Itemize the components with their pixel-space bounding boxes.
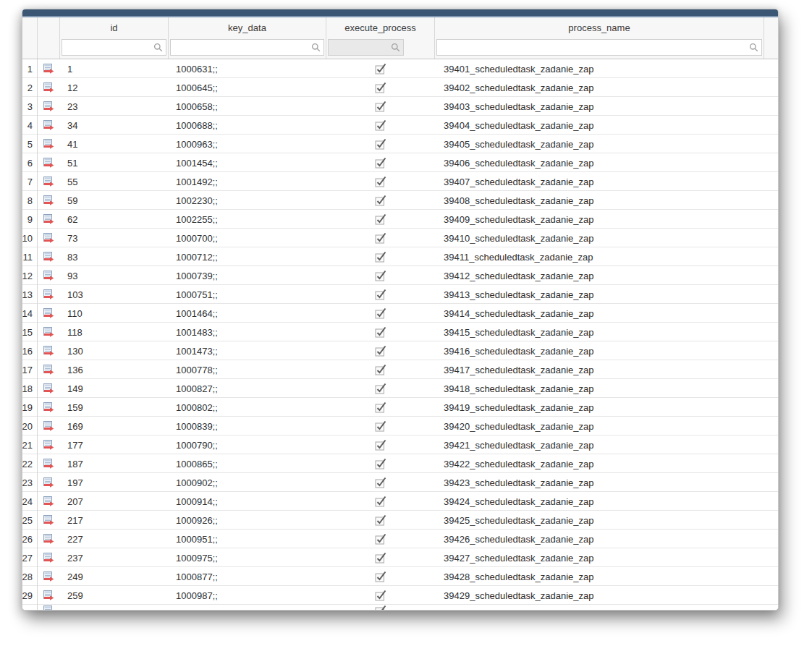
table-row[interactable]: 25 217 1000926;; 39425_sche (22, 511, 778, 530)
table-detail-arrow-icon[interactable] (43, 138, 55, 150)
table-row[interactable]: 11 83 1000712;; 39411_sched (22, 247, 778, 266)
row-action-cell[interactable] (38, 270, 60, 281)
table-detail-arrow-icon[interactable] (43, 552, 55, 564)
row-action-cell[interactable] (38, 533, 60, 545)
table-row[interactable]: 12 93 1000739;; 39412_sched (22, 266, 778, 285)
checked-checkbox-icon[interactable] (375, 533, 387, 545)
table-detail-arrow-icon[interactable] (43, 82, 55, 93)
table-row[interactable]: 20 169 1000839;; 39420_sche (22, 417, 778, 435)
table-row[interactable]: 2 12 1000645;; 39402_schedu (22, 78, 778, 97)
table-detail-arrow-icon[interactable] (43, 383, 55, 394)
table-row[interactable]: 4 34 1000688;; 39404_schedu (22, 116, 778, 135)
checked-checkbox-icon[interactable] (375, 289, 387, 300)
table-row[interactable]: 19 159 1000802;; 39419_sche (22, 398, 778, 417)
row-action-cell[interactable] (38, 138, 60, 150)
table-detail-arrow-icon[interactable] (43, 345, 55, 357)
header-cell-execute-process[interactable]: execute_process (326, 17, 435, 38)
execute-process-filter-input[interactable] (329, 40, 403, 55)
checked-checkbox-icon[interactable] (375, 195, 387, 206)
table-row[interactable]: 26 227 1000951;; 39426_sche (22, 530, 778, 548)
row-action-cell[interactable] (38, 383, 60, 394)
row-action-cell[interactable] (38, 101, 60, 112)
table-detail-arrow-icon[interactable] (43, 157, 55, 169)
table-row[interactable]: 13 103 1000751;; 39413_sche (22, 285, 778, 304)
row-action-cell[interactable] (38, 514, 60, 526)
process-name-filter-input[interactable] (437, 40, 761, 55)
table-detail-arrow-icon[interactable] (43, 195, 55, 206)
row-action-cell[interactable] (38, 82, 60, 93)
table-detail-arrow-icon[interactable] (43, 176, 55, 187)
checked-checkbox-icon[interactable] (375, 345, 387, 357)
row-action-cell[interactable] (38, 477, 60, 488)
checked-checkbox-icon[interactable] (375, 270, 387, 281)
row-action-cell[interactable] (38, 176, 60, 187)
row-action-cell[interactable] (38, 157, 60, 169)
table-detail-arrow-icon[interactable] (43, 251, 55, 263)
checked-checkbox-icon[interactable] (375, 213, 387, 225)
table-row[interactable]: 16 130 1001473;; 39416_sche (22, 341, 778, 360)
table-detail-arrow-icon[interactable] (43, 571, 55, 582)
table-row[interactable]: 27 237 1000975;; 39427_sche (22, 548, 778, 567)
table-row[interactable]: 14 110 1001464;; 39414_sche (22, 304, 778, 323)
checked-checkbox-icon[interactable] (375, 590, 387, 601)
row-action-cell[interactable] (38, 63, 60, 75)
row-action-cell[interactable] (38, 571, 60, 582)
table-row[interactable]: 10 73 1000700;; 39410_sched (22, 229, 778, 247)
table-detail-arrow-icon[interactable] (43, 213, 55, 225)
id-filter-input[interactable] (62, 40, 166, 55)
table-row[interactable]: 1 1 1000631;; 39401_schedul (22, 59, 778, 78)
checked-checkbox-icon[interactable] (375, 63, 387, 75)
table-detail-arrow-icon[interactable] (43, 63, 55, 75)
row-action-cell[interactable] (38, 289, 60, 300)
table-detail-arrow-icon[interactable] (43, 477, 55, 488)
table-detail-arrow-icon[interactable] (43, 307, 55, 319)
checked-checkbox-icon[interactable] (375, 157, 387, 169)
row-action-cell[interactable] (38, 401, 60, 413)
table-row[interactable]: 28 249 1000877;; 39428_sche (22, 567, 778, 586)
table-detail-arrow-icon[interactable] (43, 533, 55, 545)
row-action-cell[interactable] (38, 420, 60, 432)
row-action-cell[interactable] (38, 605, 60, 610)
checked-checkbox-icon[interactable] (375, 420, 387, 432)
checked-checkbox-icon[interactable] (375, 251, 387, 263)
table-row[interactable]: 18 149 1000827;; 39418_sche (22, 379, 778, 398)
header-cell-key-data[interactable]: key_data (169, 17, 326, 38)
table-detail-arrow-icon[interactable] (43, 232, 55, 244)
table-detail-arrow-icon[interactable] (43, 101, 55, 112)
header-cell-id[interactable]: id (60, 17, 169, 38)
table-row[interactable]: 15 118 1001483;; 39415_sche (22, 323, 778, 341)
table-row[interactable]: 23 197 1000902;; 39423_sche (22, 473, 778, 492)
table-row[interactable]: 21 177 1000790;; 39421_sche (22, 435, 778, 454)
table-detail-arrow-icon[interactable] (43, 420, 55, 432)
table-row[interactable]: 8 59 1002230;; 39408_schedu (22, 191, 778, 210)
row-action-cell[interactable] (38, 590, 60, 601)
checked-checkbox-icon[interactable] (375, 496, 387, 507)
row-action-cell[interactable] (38, 439, 60, 451)
checked-checkbox-icon[interactable] (375, 514, 387, 526)
row-action-cell[interactable] (38, 195, 60, 206)
checked-checkbox-icon[interactable] (375, 176, 387, 187)
row-action-cell[interactable] (38, 213, 60, 225)
table-detail-arrow-icon[interactable] (43, 514, 55, 526)
checked-checkbox-icon[interactable] (375, 307, 387, 319)
checked-checkbox-icon[interactable] (375, 383, 387, 394)
table-row[interactable]: 24 207 1000914;; 39424_sche (22, 492, 778, 511)
table-detail-arrow-icon[interactable] (43, 326, 55, 338)
row-action-cell[interactable] (38, 496, 60, 507)
row-action-cell[interactable] (38, 345, 60, 357)
table-row[interactable]: 6 51 1001454;; 39406_schedu (22, 153, 778, 172)
checked-checkbox-icon[interactable] (375, 605, 387, 610)
checked-checkbox-icon[interactable] (375, 401, 387, 413)
checked-checkbox-icon[interactable] (375, 458, 387, 469)
checked-checkbox-icon[interactable] (375, 477, 387, 488)
checked-checkbox-icon[interactable] (375, 439, 387, 451)
checked-checkbox-icon[interactable] (375, 571, 387, 582)
table-detail-arrow-icon[interactable] (43, 364, 55, 375)
table-row[interactable]: 29 259 1000987;; 39429_sche (22, 586, 778, 605)
table-row[interactable]: 22 187 1000865;; 39422_sche (22, 454, 778, 473)
checked-checkbox-icon[interactable] (375, 119, 387, 131)
row-action-cell[interactable] (38, 251, 60, 263)
table-row[interactable]: 3 23 1000658;; 39403_schedu (22, 97, 778, 116)
checked-checkbox-icon[interactable] (375, 364, 387, 375)
header-cell-process-name[interactable]: process_name (435, 17, 764, 38)
